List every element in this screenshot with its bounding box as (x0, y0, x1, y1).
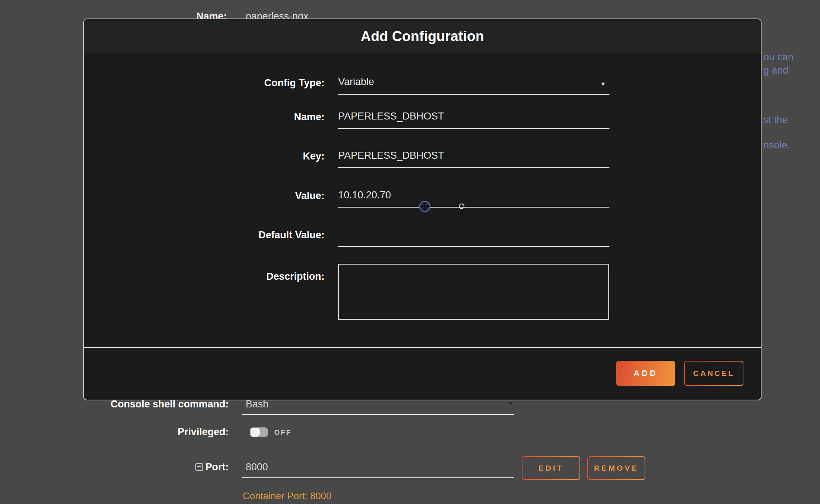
config-type-label: Config Type: (84, 77, 325, 89)
clipped-help-text: ou can (763, 51, 793, 63)
container-port-note: Container Port: 8000 (243, 490, 332, 501)
clipped-help-text: st the (763, 114, 788, 126)
port-label: Port: (0, 461, 229, 473)
port-underline (242, 477, 514, 478)
key-input[interactable] (338, 149, 609, 168)
footer-divider (84, 347, 761, 348)
clipped-help-text: nsole. (763, 139, 790, 151)
dialog-title: Add Configuration (84, 19, 761, 53)
description-textarea[interactable] (338, 264, 609, 320)
chevron-down-icon[interactable]: ▼ (508, 400, 514, 406)
value-label: Value: (84, 189, 325, 202)
name-input[interactable] (338, 110, 609, 129)
config-type-value: Variable (338, 76, 374, 87)
value-input[interactable] (338, 189, 609, 208)
toggle-knob (251, 428, 260, 437)
edit-button[interactable]: EDIT (522, 456, 580, 480)
default-value-input[interactable] (338, 228, 609, 247)
privileged-toggle[interactable] (250, 427, 268, 437)
dialog-header: Add Configuration (84, 19, 761, 53)
config-type-select[interactable]: Variable ▼ (338, 76, 609, 95)
port-value[interactable]: 8000 (246, 461, 268, 473)
clipped-help-text: g and (763, 64, 789, 76)
cancel-button[interactable]: CANCEL (684, 361, 743, 386)
description-label: Description: (84, 270, 325, 283)
chevron-down-icon: ▼ (600, 78, 606, 90)
click-indicator-icon (459, 204, 464, 209)
console-shell-underline (242, 414, 514, 415)
key-label: Key: (84, 150, 325, 162)
default-value-label: Default Value: (84, 229, 325, 241)
remove-button[interactable]: REMOVE (587, 456, 645, 480)
add-button[interactable]: ADD (616, 361, 675, 386)
remove-button-label: REMOVE (588, 457, 645, 479)
app-screen: Name: paperless-ngx ou can g and st the … (0, 0, 820, 504)
privileged-label: Privileged: (0, 426, 229, 438)
edit-button-label: EDIT (522, 457, 579, 479)
move-cursor-icon (419, 201, 431, 212)
privileged-state: OFF (274, 429, 292, 437)
name-label: Name: (84, 111, 325, 123)
cancel-button-label: CANCEL (685, 362, 743, 385)
